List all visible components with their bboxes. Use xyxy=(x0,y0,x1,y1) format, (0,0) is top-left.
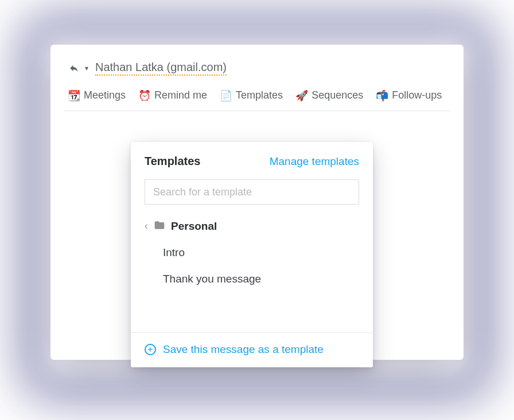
mail-icon: 📬 xyxy=(376,91,388,101)
calendar-icon: 📆 xyxy=(68,91,80,101)
template-folder-row[interactable]: ‹ Personal xyxy=(131,215,373,240)
toolbar-label: Meetings xyxy=(84,89,126,101)
folder-icon xyxy=(154,219,165,233)
save-as-template[interactable]: + Save this message as a template xyxy=(131,332,373,367)
toolbar-templates[interactable]: 📄 Templates xyxy=(220,89,283,101)
save-as-template-label: Save this message as a template xyxy=(163,343,324,356)
chevron-left-icon: ‹ xyxy=(145,220,148,232)
template-item[interactable]: Thank you message xyxy=(163,266,359,292)
toolbar-label: Sequences xyxy=(311,89,363,101)
reply-row: ▾ Nathan Latka (gmail.com) xyxy=(64,61,450,79)
compose-toolbar: 📆 Meetings ⏰ Remind me 📄 Templates 🚀 Seq… xyxy=(64,89,450,111)
toolbar-sequences[interactable]: 🚀 Sequences xyxy=(295,89,363,101)
dropdown-title: Templates xyxy=(145,155,200,168)
template-item[interactable]: Intro xyxy=(163,240,359,266)
recipient-chip[interactable]: Nathan Latka (gmail.com) xyxy=(95,61,227,76)
toolbar-remind-me[interactable]: ⏰ Remind me xyxy=(138,89,207,101)
toolbar-meetings[interactable]: 📆 Meetings xyxy=(68,89,126,101)
template-list: Intro Thank you message xyxy=(131,240,373,304)
reply-icon[interactable] xyxy=(68,63,80,73)
toolbar-label: Follow-ups xyxy=(392,89,442,101)
template-search-input[interactable] xyxy=(145,179,359,205)
toolbar-follow-ups[interactable]: 📬 Follow-ups xyxy=(376,89,442,101)
alarm-icon: ⏰ xyxy=(138,91,151,101)
rocket-icon: 🚀 xyxy=(295,91,308,101)
toolbar-label: Templates xyxy=(236,89,283,101)
reply-dropdown-caret[interactable]: ▾ xyxy=(85,64,88,72)
compose-card: ▾ Nathan Latka (gmail.com) 📆 Meetings ⏰ … xyxy=(50,45,464,360)
toolbar-label: Remind me xyxy=(154,89,207,101)
folder-label: Personal xyxy=(171,220,217,233)
document-icon: 📄 xyxy=(220,91,232,101)
plus-circle-icon: + xyxy=(145,344,156,355)
templates-dropdown: Templates Manage templates ‹ Personal In… xyxy=(131,142,373,367)
manage-templates-link[interactable]: Manage templates xyxy=(270,155,359,168)
